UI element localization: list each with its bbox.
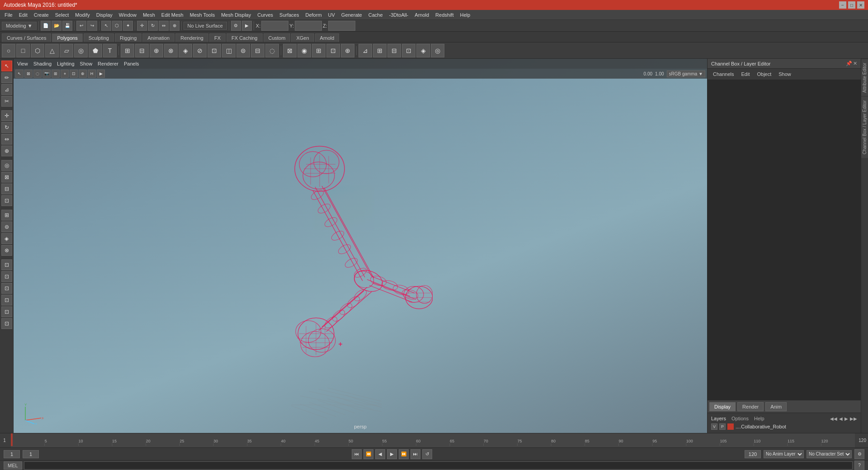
mode-tab-custom[interactable]: Custom (264, 33, 291, 42)
cb-render-tab[interactable]: Render (737, 402, 764, 411)
shelf-planar-map[interactable]: ⊟ (387, 44, 401, 57)
select-tool-btn[interactable]: ↖ (101, 21, 111, 31)
shelf-extrude[interactable]: ⊕ (150, 44, 163, 57)
menu-item-arnold[interactable]: Arnold (412, 11, 432, 19)
shelf-unfold[interactable]: ◎ (431, 44, 444, 57)
vp-cam-btn[interactable]: 📷 (42, 70, 51, 78)
anim-settings-btn[interactable]: ⚙ (854, 449, 864, 459)
layers-options[interactable]: Options (731, 416, 749, 421)
shelf-cylindrical-map[interactable]: ⊡ (402, 44, 415, 57)
shelf-text[interactable]: T (103, 44, 117, 57)
vp-select-btn[interactable]: ↖ (15, 70, 24, 78)
menu-item-cache[interactable]: Cache (366, 11, 386, 19)
menu-item-mesh[interactable]: Mesh (140, 11, 158, 19)
menu-item-dtoall[interactable]: -3DtoAll- (387, 11, 411, 19)
open-file-btn[interactable]: 📂 (52, 21, 61, 31)
shelf-bridge[interactable]: ⊗ (164, 44, 178, 57)
mode-tab-xgen[interactable]: XGen (291, 33, 314, 42)
back-btn[interactable]: ◀ (375, 449, 385, 459)
menu-item-meshdisplay[interactable]: Mesh Display (218, 11, 254, 19)
mode-tab-rigging[interactable]: Rigging (115, 33, 142, 42)
workspace-dropdown[interactable]: Modeling ▼ (2, 22, 37, 30)
vp-grid-btn[interactable]: ⊞ (52, 70, 60, 78)
snap-left[interactable]: ◈ (1, 233, 12, 244)
paint-tool[interactable]: ✏ (1, 72, 12, 83)
close-button[interactable]: ✕ (857, 1, 864, 9)
point-snap-left[interactable]: ⊜ (1, 221, 12, 232)
minimize-button[interactable]: − (839, 1, 846, 9)
viewport[interactable]: View Shading Lighting Show Renderer Pane… (14, 59, 707, 433)
save-file-btn[interactable]: 💾 (62, 21, 72, 31)
vp-view-menu[interactable]: View (17, 61, 28, 66)
no-anim-layer-select[interactable]: No Anim Layer (764, 450, 804, 458)
vp-show-menu[interactable]: Show (80, 61, 93, 66)
skip-back-btn[interactable]: ⏮ (352, 449, 362, 459)
shelf-isolate[interactable]: ⊕ (341, 44, 354, 57)
no-char-set-select[interactable]: No Character Set (807, 450, 852, 458)
playback-end-input[interactable] (745, 450, 761, 458)
layer-visibility[interactable]: V (711, 423, 717, 430)
shelf-smooth[interactable]: ◌ (265, 44, 279, 57)
command-line-input[interactable] (24, 461, 853, 470)
shelf-wireframe[interactable]: ⊠ (283, 44, 297, 57)
new-file-btn[interactable]: 📄 (41, 21, 51, 31)
mode-tab-animation[interactable]: Animation (142, 33, 175, 42)
menu-item-meshtools[interactable]: Mesh Tools (187, 11, 217, 19)
menu-item-display[interactable]: Display (94, 11, 115, 19)
shelf-mirror[interactable]: ⊟ (251, 44, 264, 57)
shelf-split[interactable]: ⊘ (193, 44, 207, 57)
cb-display-tab[interactable]: Display (709, 402, 736, 411)
menu-item-curves[interactable]: Curves (255, 11, 276, 19)
menu-item-uv[interactable]: UV (326, 11, 338, 19)
shelf-sphere[interactable]: ○ (2, 44, 15, 57)
shelf-cone[interactable]: △ (45, 44, 59, 57)
vp-isolate-btn[interactable]: ⊕ (79, 70, 87, 78)
attr-editor-tab[interactable]: Attribute Editor (861, 59, 868, 96)
skip-forward-btn[interactable]: ⏭ (410, 449, 420, 459)
curve-snap-left[interactable]: ⊞ (1, 210, 12, 221)
cut-tool[interactable]: ✂ (1, 96, 12, 107)
vp-ortho-btn[interactable]: ⊡ (70, 70, 78, 78)
shelf-auto-uv[interactable]: ◈ (416, 44, 430, 57)
menu-item-generate[interactable]: Generate (339, 11, 365, 19)
play-btn[interactable]: ▶ (387, 449, 397, 459)
shelf-hud[interactable]: ⊡ (326, 44, 340, 57)
layer-disp-6[interactable]: ⊡ (1, 318, 12, 329)
shelf-cube[interactable]: □ (16, 44, 30, 57)
shelf-merge[interactable]: ⊜ (236, 44, 250, 57)
move-tool-left[interactable]: ✛ (1, 110, 12, 121)
mode-tab-curves---surfaces[interactable]: Curves / Surfaces (2, 33, 51, 42)
channel-box-close[interactable]: ✕ (853, 61, 857, 66)
layers-help[interactable]: Help (754, 416, 764, 421)
playback-start-input[interactable] (23, 450, 39, 458)
scale-tool-btn[interactable]: ⇔ (159, 21, 169, 31)
layers-new-btn[interactable]: ◀◀ (830, 416, 837, 421)
loop-btn[interactable]: ↺ (422, 449, 432, 459)
layer-disp-1[interactable]: ⊡ (1, 259, 12, 270)
shelf-smooth-disp[interactable]: ◉ (297, 44, 311, 57)
menu-item-redshift[interactable]: Redshift (433, 11, 456, 19)
redirect-left[interactable]: ⊡ (1, 195, 12, 206)
vp-snap-btn[interactable]: ⌖ (61, 70, 69, 78)
menu-item-editmesh[interactable]: Edit Mesh (159, 11, 186, 19)
layer-disp-2[interactable]: ⊡ (1, 271, 12, 282)
tweak-left[interactable]: ⊟ (1, 183, 12, 194)
channel-box-pin[interactable]: 📌 (846, 61, 852, 66)
vp-smooth-btn[interactable]: ◌ (33, 70, 42, 78)
cb-tab-object[interactable]: Object (755, 70, 773, 78)
paint-select-btn[interactable]: ✦ (123, 21, 133, 31)
redo-btn[interactable]: ↪ (87, 21, 97, 31)
menu-item-deform[interactable]: Deform (302, 11, 324, 19)
mode-tab-rendering[interactable]: Rendering (175, 33, 208, 42)
command-help-btn[interactable]: ? (854, 461, 864, 470)
render-btn[interactable]: ▶ (242, 21, 252, 31)
soft-select-left[interactable]: ◎ (1, 160, 12, 171)
timeline-ruler[interactable]: 5 10 15 20 25 30 35 40 45 50 55 60 65 70… (11, 433, 855, 447)
layers-rewind-btn[interactable]: ◀ (839, 416, 843, 421)
z-input[interactable] (328, 21, 355, 31)
shelf-subdiv[interactable]: ⬟ (89, 44, 102, 57)
mode-tab-fx-caching[interactable]: FX Caching (226, 33, 262, 42)
mode-tab-sculpting[interactable]: Sculpting (84, 33, 114, 42)
undo-btn[interactable]: ↩ (76, 21, 86, 31)
menu-item-file[interactable]: File (2, 11, 15, 19)
